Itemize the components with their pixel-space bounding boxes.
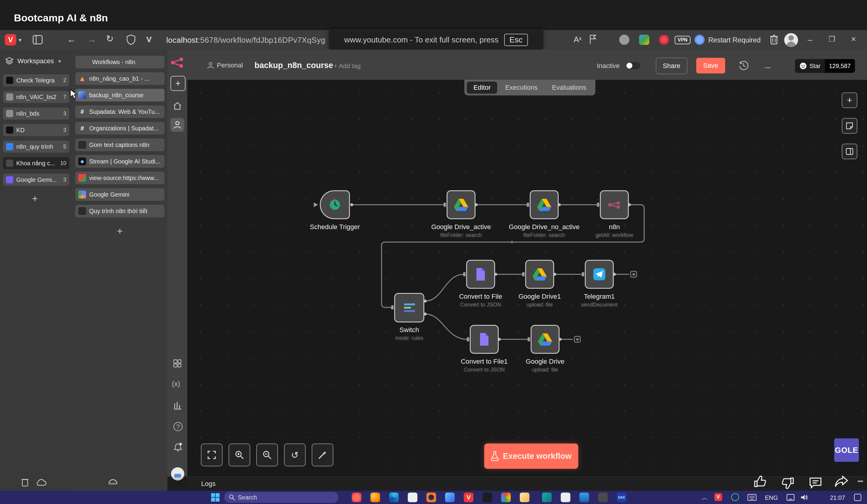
browser-tab[interactable]: Quy trình n8n thời tiết [75, 205, 164, 217]
workspace-item[interactable]: n8n_quy trình 5 [3, 141, 69, 153]
address-bar[interactable]: localhost:5678/workflow/fdJbp16DPv7XqSyg [166, 35, 325, 45]
extension-4-icon[interactable] [694, 35, 705, 45]
extension-1-icon[interactable] [619, 35, 629, 45]
browser-tab[interactable]: view-source:https://www... [75, 172, 164, 184]
minimize-button[interactable]: – [808, 35, 813, 45]
extension-3-icon[interactable] [659, 35, 669, 45]
templates-icon[interactable] [173, 359, 182, 368]
help-icon[interactable]: ? [173, 422, 182, 431]
maximize-button[interactable]: ❐ [829, 35, 835, 43]
execute-workflow-button[interactable]: Execute workflow [484, 443, 578, 469]
zoom-to-fit-button[interactable] [201, 443, 223, 467]
like-icon[interactable] [753, 475, 767, 488]
shield-icon[interactable] [127, 34, 136, 45]
restart-required-label[interactable]: Restart Required [708, 36, 761, 44]
taskbar-app-orange-icon[interactable] [426, 493, 436, 502]
undo-button[interactable]: ↺ [284, 443, 306, 467]
more-options-icon[interactable]: – [765, 62, 770, 73]
workflow-canvas[interactable]: Editor Executions Evaluations + [187, 80, 867, 476]
bookmark-flag-icon[interactable] [589, 34, 597, 45]
connection-endpoint[interactable] [630, 271, 637, 278]
browser-tab-active[interactable]: backup_n8n_course [75, 89, 164, 101]
connection-endpoint[interactable] [574, 336, 581, 343]
profile-avatar[interactable] [784, 33, 798, 47]
tray-keyboard-icon[interactable] [748, 494, 757, 501]
add-tag-button[interactable]: + Add tag [334, 62, 361, 69]
save-button[interactable]: Save [696, 58, 725, 74]
taskbar-app-teal-icon[interactable] [542, 493, 552, 502]
tidy-up-button[interactable] [312, 443, 333, 467]
workspace-item[interactable]: Check Telegra 2 [3, 74, 69, 86]
add-workspace-button[interactable]: + [32, 193, 38, 204]
zoom-out-button[interactable] [256, 443, 278, 467]
node-convert-to-file1[interactable] [470, 325, 499, 354]
active-toggle[interactable] [626, 62, 640, 69]
taskbar-clock[interactable]: 21:07 [830, 494, 845, 501]
volume-icon[interactable] [801, 494, 808, 501]
menu-caret-icon[interactable]: ▾ [19, 37, 21, 43]
taskbar-vivaldi-icon[interactable]: V [464, 493, 473, 502]
site-badge-icon[interactable]: V [146, 35, 151, 43]
forward-icon[interactable]: → [87, 35, 96, 44]
start-button[interactable] [211, 493, 220, 502]
node-google-drive1[interactable] [525, 260, 554, 289]
user-avatar[interactable] [171, 467, 184, 481]
taskbar-esx-icon[interactable]: ESX [617, 493, 627, 502]
node-switch[interactable] [394, 293, 424, 322]
taskbar-camera-icon[interactable] [598, 493, 608, 502]
taskbar-app-blue-icon[interactable] [445, 493, 455, 502]
trash-icon[interactable] [21, 477, 29, 487]
taskbar-opera-icon[interactable] [352, 493, 361, 502]
workspace-item[interactable]: n8n_bds 3 [3, 107, 69, 119]
font-size-icon[interactable]: Aˣ [574, 35, 581, 43]
comment-icon[interactable] [809, 476, 822, 489]
cloud-sync-icon[interactable] [35, 479, 47, 486]
node-telegram1[interactable] [585, 260, 614, 289]
language-indicator[interactable]: ENG [765, 494, 778, 501]
personal-project-button[interactable] [170, 118, 184, 132]
workspace-item[interactable]: n8n_VAIC_bs2 7 [3, 91, 69, 103]
taskbar-app-cap-icon[interactable] [579, 493, 589, 502]
vpn-extension-icon[interactable]: VPN [675, 36, 691, 44]
zoom-in-button[interactable] [228, 443, 250, 467]
home-icon[interactable] [173, 102, 182, 110]
extension-2-icon[interactable] [639, 35, 649, 45]
new-tab-button[interactable]: + [117, 225, 123, 237]
back-icon[interactable]: ← [67, 35, 76, 44]
history-icon[interactable] [738, 60, 749, 71]
taskbar-app-tan-icon[interactable] [520, 493, 529, 502]
node-google-drive-no-active[interactable] [530, 190, 559, 219]
taskbar-firefox-icon[interactable] [371, 493, 380, 502]
node-convert-to-file[interactable] [466, 260, 495, 289]
tray-chevron-icon[interactable]: ︿ [702, 494, 708, 502]
node-google-drive-active[interactable] [447, 190, 475, 219]
reload-icon[interactable]: ↻ [106, 34, 114, 43]
share-icon[interactable] [834, 474, 849, 488]
browser-tab[interactable]: ◆ Stream | Google AI Studi... [75, 155, 164, 168]
close-button[interactable]: × [851, 34, 856, 44]
closed-tabs-icon[interactable] [108, 476, 118, 485]
workspace-item-selected[interactable]: Khoa nâng c... 10 [3, 157, 69, 169]
workspace-item[interactable]: KD 3 [3, 124, 69, 136]
node-google-drive[interactable] [531, 325, 559, 354]
dislike-icon[interactable] [781, 476, 794, 490]
tray-green-icon[interactable] [731, 493, 739, 501]
node-schedule-trigger[interactable] [320, 190, 350, 219]
variables-icon[interactable]: (x) [172, 380, 180, 388]
node-n8n[interactable] [600, 190, 629, 219]
taskbar-vsd-icon[interactable] [408, 493, 417, 502]
add-workflow-button[interactable]: + [170, 76, 185, 91]
browser-tab[interactable]: # Supadata: Web & YouTu... [75, 105, 164, 118]
breadcrumb[interactable]: Personal [207, 62, 243, 69]
github-star-widget[interactable]: Star 129,587 [795, 59, 855, 73]
notification-bell-icon[interactable] [173, 442, 182, 452]
panel-toggle-icon[interactable] [33, 35, 43, 45]
browser-tab[interactable]: Gom text captions n8n [75, 139, 164, 151]
workflow-title[interactable]: backup_n8n_course [255, 61, 333, 70]
workspaces-header[interactable]: Workspaces ▼ [5, 57, 62, 66]
browser-tab[interactable]: Google Gemini [75, 188, 164, 201]
taskbar-search[interactable]: Search [224, 492, 339, 503]
taskbar-notepad-icon[interactable] [561, 493, 570, 502]
browser-tab[interactable]: Workflows - n8n [75, 56, 164, 68]
taskbar-app-dark-icon[interactable] [482, 493, 492, 502]
